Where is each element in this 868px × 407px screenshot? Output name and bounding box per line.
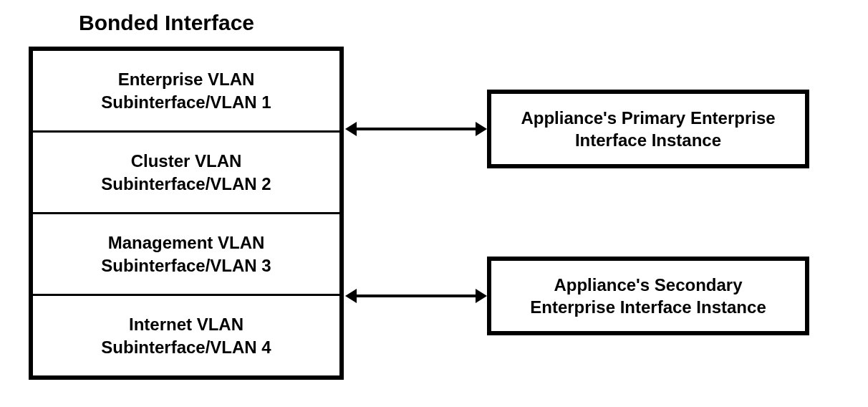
vlan-row-management: Management VLAN Subinterface/VLAN 3 <box>33 212 339 294</box>
secondary-interface-box: Appliance's Secondary Enterprise Interfa… <box>487 257 809 335</box>
vlan-row-line2: Subinterface/VLAN 3 <box>101 254 271 277</box>
secondary-line2: Enterprise Interface Instance <box>530 296 766 318</box>
vlan-row-internet: Internet VLAN Subinterface/VLAN 4 <box>33 294 339 375</box>
primary-interface-box: Appliance's Primary Enterprise Interface… <box>487 90 809 168</box>
vlan-row-line2: Subinterface/VLAN 2 <box>101 173 271 195</box>
vlan-row-line1: Internet VLAN <box>129 313 243 335</box>
vlan-row-cluster: Cluster VLAN Subinterface/VLAN 2 <box>33 130 339 212</box>
diagram-title: Bonded Interface <box>79 11 254 35</box>
secondary-line1: Appliance's Secondary <box>554 274 742 296</box>
vlan-row-line1: Management VLAN <box>108 231 265 254</box>
vlan-row-line1: Enterprise VLAN <box>118 68 255 90</box>
vlan-row-enterprise: Enterprise VLAN Subinterface/VLAN 1 <box>33 51 339 130</box>
vlan-row-line1: Cluster VLAN <box>131 150 242 172</box>
vlan-row-line2: Subinterface/VLAN 4 <box>101 336 271 358</box>
vlan-row-line2: Subinterface/VLAN 1 <box>101 91 271 113</box>
bonded-interface-container: Enterprise VLAN Subinterface/VLAN 1 Clus… <box>29 47 344 380</box>
arrow-secondary <box>355 295 477 297</box>
primary-line1: Appliance's Primary Enterprise <box>521 107 775 129</box>
primary-line2: Interface Instance <box>575 129 721 151</box>
arrow-primary <box>355 128 477 130</box>
